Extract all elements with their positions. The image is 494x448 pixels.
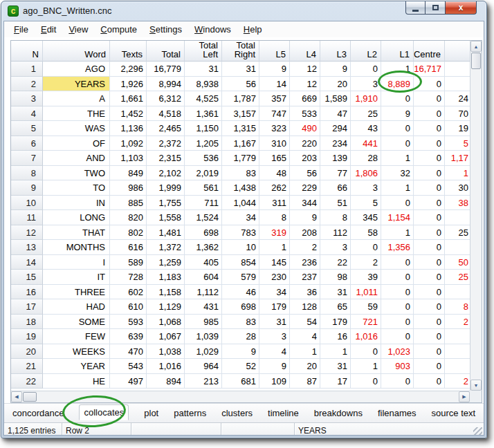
- word-cell[interactable]: MONTHS: [43, 240, 110, 255]
- value-cell[interactable]: 0: [381, 285, 414, 300]
- value-cell[interactable]: 31: [320, 285, 351, 300]
- value-cell[interactable]: 986: [110, 180, 147, 196]
- row-number[interactable]: 11: [11, 210, 43, 225]
- value-cell[interactable]: 698: [222, 299, 259, 315]
- value-cell[interactable]: 0: [414, 255, 445, 270]
- value-cell[interactable]: 593: [110, 315, 147, 330]
- close-button[interactable]: x: [445, 1, 477, 15]
- value-cell[interactable]: 56: [290, 166, 320, 181]
- vertical-scroll-thumb[interactable]: [471, 53, 481, 69]
- value-cell[interactable]: 885: [110, 196, 147, 211]
- value-cell[interactable]: [445, 77, 470, 92]
- value-cell[interactable]: 16,717: [414, 62, 445, 77]
- scroll-up-icon[interactable]: ▲: [470, 41, 482, 52]
- value-cell[interactable]: 30: [445, 180, 470, 196]
- value-cell[interactable]: 0: [414, 270, 445, 285]
- value-cell[interactable]: 22: [320, 255, 351, 270]
- table-row[interactable]: 8TWO8492,1022,019834856771,8063201: [11, 166, 470, 181]
- value-cell[interactable]: 8,994: [147, 77, 185, 92]
- word-cell[interactable]: TWO: [43, 166, 110, 181]
- value-cell[interactable]: 681: [222, 374, 259, 389]
- value-cell[interactable]: 43: [351, 121, 381, 136]
- word-cell[interactable]: SOME: [43, 315, 110, 330]
- value-cell[interactable]: 1,17: [445, 151, 470, 166]
- value-cell[interactable]: 31: [185, 62, 222, 77]
- value-cell[interactable]: 3: [320, 240, 351, 255]
- column-header-l5[interactable]: L5: [259, 41, 290, 62]
- value-cell[interactable]: 1,183: [147, 270, 185, 285]
- value-cell[interactable]: 1: [381, 62, 414, 77]
- row-number[interactable]: 7: [11, 151, 43, 166]
- value-cell[interactable]: [445, 359, 470, 374]
- value-cell[interactable]: 589: [110, 255, 147, 270]
- value-cell[interactable]: 1,029: [185, 344, 222, 360]
- column-header-total[interactable]: Total: [147, 41, 185, 62]
- value-cell[interactable]: 262: [259, 180, 290, 196]
- value-cell[interactable]: 1: [259, 240, 290, 255]
- value-cell[interactable]: 0: [381, 315, 414, 330]
- scroll-right-icon[interactable]: ▶: [459, 391, 470, 402]
- value-cell[interactable]: 579: [222, 270, 259, 285]
- column-header-word[interactable]: Word: [43, 41, 110, 62]
- value-cell[interactable]: 323: [259, 121, 290, 136]
- value-cell[interactable]: 1,361: [185, 106, 222, 122]
- value-cell[interactable]: 8: [320, 210, 351, 225]
- value-cell[interactable]: 0: [414, 166, 445, 181]
- value-cell[interactable]: 1,136: [110, 121, 147, 136]
- value-cell[interactable]: 34: [259, 285, 290, 300]
- table-row[interactable]: 18SOME5931,068985833154179721002: [11, 315, 470, 330]
- value-cell[interactable]: 234: [320, 136, 351, 151]
- value-cell[interactable]: 83: [222, 315, 259, 330]
- value-cell[interactable]: 25: [445, 270, 470, 285]
- value-cell[interactable]: 0: [351, 240, 381, 255]
- value-cell[interactable]: 8,889: [381, 77, 414, 92]
- value-cell[interactable]: 20: [290, 359, 320, 374]
- value-cell[interactable]: 0: [381, 91, 414, 106]
- word-cell[interactable]: THE: [43, 106, 110, 122]
- value-cell[interactable]: 0: [414, 299, 445, 315]
- value-cell[interactable]: 1,558: [147, 210, 185, 225]
- value-cell[interactable]: 2,102: [147, 166, 185, 181]
- value-cell[interactable]: 497: [110, 374, 147, 389]
- word-cell[interactable]: AGO: [43, 62, 110, 77]
- word-cell[interactable]: YEARS: [43, 77, 110, 92]
- value-cell[interactable]: 1,112: [185, 285, 222, 300]
- value-cell[interactable]: 711: [185, 196, 222, 211]
- value-cell[interactable]: 8,938: [185, 77, 222, 92]
- value-cell[interactable]: 2,296: [110, 62, 147, 77]
- word-cell[interactable]: YEAR: [43, 359, 110, 374]
- value-cell[interactable]: 0: [381, 374, 414, 389]
- value-cell[interactable]: 1: [320, 344, 351, 360]
- value-cell[interactable]: 1,038: [147, 344, 185, 360]
- value-cell[interactable]: 669: [290, 91, 320, 106]
- value-cell[interactable]: 8: [259, 210, 290, 225]
- row-number[interactable]: 17: [11, 299, 43, 315]
- column-header-l4[interactable]: L4: [290, 41, 320, 62]
- value-cell[interactable]: 1: [351, 359, 381, 374]
- table-row[interactable]: 4THE1,4524,5181,3613,15774753347259070: [11, 106, 470, 122]
- value-cell[interactable]: 16,779: [147, 62, 185, 77]
- value-cell[interactable]: 179: [259, 299, 290, 315]
- scroll-down-icon[interactable]: ▼: [470, 380, 482, 391]
- value-cell[interactable]: 431: [185, 299, 222, 315]
- value-cell[interactable]: 0: [414, 329, 445, 344]
- value-cell[interactable]: 1,589: [320, 91, 351, 106]
- title-bar[interactable]: c ago_BNC_Written.cnc x: [1, 1, 486, 20]
- value-cell[interactable]: 543: [110, 359, 147, 374]
- value-cell[interactable]: 31: [320, 359, 351, 374]
- table-row[interactable]: 9TO9861,9995611,4382622296631030: [11, 180, 470, 196]
- value-cell[interactable]: 48: [259, 166, 290, 181]
- value-cell[interactable]: 1,158: [147, 285, 185, 300]
- value-cell[interactable]: 58: [351, 225, 381, 241]
- value-cell[interactable]: [445, 329, 470, 344]
- value-cell[interactable]: 310: [259, 136, 290, 151]
- value-cell[interactable]: 2,019: [185, 166, 222, 181]
- value-cell[interactable]: 1,315: [222, 121, 259, 136]
- value-cell[interactable]: 208: [290, 225, 320, 241]
- value-cell[interactable]: 1,103: [110, 151, 147, 166]
- value-cell[interactable]: 1: [381, 151, 414, 166]
- value-cell[interactable]: 16: [320, 329, 351, 344]
- value-cell[interactable]: 1,067: [147, 329, 185, 344]
- value-cell[interactable]: 964: [185, 359, 222, 374]
- value-cell[interactable]: 109: [259, 374, 290, 389]
